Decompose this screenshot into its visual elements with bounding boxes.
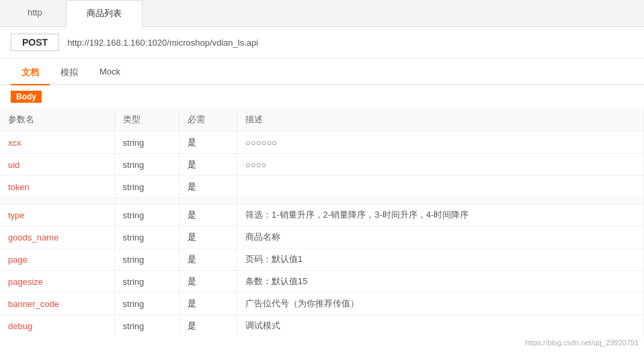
table-row: uidstring是○○○○ (0, 154, 644, 176)
param-type: string (114, 315, 179, 337)
param-type: string (114, 293, 179, 315)
param-required: 是 (179, 204, 237, 226)
table-row: goods_namestring是商品名称 (0, 226, 644, 249)
param-name: pagesize (0, 271, 114, 293)
method-row: POST http://192.168.1.160:1020/microshop… (0, 27, 644, 58)
param-name: type (0, 204, 114, 226)
param-name: page (0, 249, 114, 271)
method-badge: POST (11, 34, 59, 51)
param-required: 是 (179, 132, 237, 154)
param-desc (237, 176, 644, 198)
url-text: http://192.168.1.160:1020/microshop/vdia… (67, 38, 258, 48)
table-row: debugstring是调试模式 (0, 315, 644, 337)
table-row: banner_codestring是广告位代号（为你推荐传值） (0, 293, 644, 315)
top-tab-bar: http商品列表 (0, 0, 644, 27)
param-type: string (114, 154, 179, 176)
col-header-3: 描述 (237, 108, 644, 132)
col-header-1: 类型 (114, 108, 179, 132)
param-required: 是 (179, 249, 237, 271)
top-tab-1[interactable]: 商品列表 (66, 0, 143, 27)
param-name: debug (0, 315, 114, 337)
table-row: xcxstring是○○○○○○ (0, 132, 644, 154)
param-required: 是 (179, 315, 237, 337)
param-desc: 条数：默认值15 (237, 271, 644, 293)
params-table: 参数名类型必需描述 xcxstring是○○○○○○uidstring是○○○○… (0, 108, 644, 337)
top-tab-0[interactable]: http (7, 0, 63, 26)
param-type: string (114, 226, 179, 249)
param-desc: 商品名称 (237, 226, 644, 249)
param-type: string (114, 249, 179, 271)
param-type: string (114, 132, 179, 154)
param-desc: 页码：默认值1 (237, 249, 644, 271)
table-row (0, 198, 644, 204)
param-name: token (0, 176, 114, 198)
sub-tab-0[interactable]: 文档 (11, 61, 50, 85)
body-section: Body (0, 85, 644, 108)
sub-tab-1[interactable]: 模拟 (50, 61, 89, 85)
param-required: 是 (179, 226, 237, 249)
param-type: string (114, 204, 179, 226)
param-name: banner_code (0, 293, 114, 315)
param-type: string (114, 176, 179, 198)
param-name: goods_name (0, 226, 114, 249)
body-badge: Body (11, 91, 42, 103)
param-desc: 广告位代号（为你推荐传值） (237, 293, 644, 315)
param-required: 是 (179, 293, 237, 315)
param-required: 是 (179, 176, 237, 198)
param-required: 是 (179, 154, 237, 176)
param-name: uid (0, 154, 114, 176)
sub-tab-2[interactable]: Mock (89, 61, 131, 85)
param-desc: 筛选：1-销量升序，2-销量降序，3-时间升序，4-时间降序 (237, 204, 644, 226)
param-name: xcx (0, 132, 114, 154)
table-row: tokenstring是 (0, 176, 644, 198)
param-desc: 调试模式 (237, 315, 644, 337)
sub-tab-bar: 文档模拟Mock (0, 61, 644, 85)
table-header-row: 参数名类型必需描述 (0, 108, 644, 132)
table-row: typestring是筛选：1-销量升序，2-销量降序，3-时间升序，4-时间降… (0, 204, 644, 226)
param-desc: ○○○○ (237, 154, 644, 176)
table-row: pagesizestring是条数：默认值15 (0, 271, 644, 293)
col-header-0: 参数名 (0, 108, 114, 132)
param-required: 是 (179, 271, 237, 293)
col-header-2: 必需 (179, 108, 237, 132)
param-type: string (114, 271, 179, 293)
table-row: pagestring是页码：默认值1 (0, 249, 644, 271)
param-desc: ○○○○○○ (237, 132, 644, 154)
